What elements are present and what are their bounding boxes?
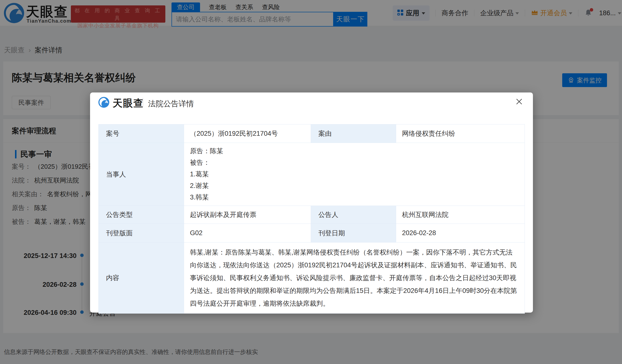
case-number-value: （2025）浙0192民初21704号: [184, 124, 311, 143]
case-number-label: 案号: [99, 124, 184, 143]
cause-value: 网络侵权责任纠纷: [396, 124, 525, 143]
table-row: 刊登版面 G02 刊登日期 2026-02-28: [99, 224, 525, 243]
parties-value: 原告：陈某 被告： 1.葛某 2.谢某 3.韩某: [184, 143, 525, 206]
publication-date-value: 2026-02-28: [396, 224, 525, 243]
modal-brand-divider: [143, 98, 143, 107]
parties-label: 当事人: [99, 143, 184, 206]
table-row: 公告类型 起诉状副本及开庭传票 公告人 杭州互联网法院: [99, 206, 525, 224]
table-row: 内容 韩某,谢某：原告陈某与葛某、韩某,谢某网络侵权责任纠纷（名誉权纠纷）一案，…: [99, 243, 525, 314]
court-announcement-modal: 天眼查 法院公告详情 案号 （2025）浙0192民初21704号 案由 网络侵…: [90, 93, 533, 313]
table-row: 当事人 原告：陈某 被告： 1.葛某 2.谢某 3.韩某: [99, 143, 525, 206]
announcement-type-label: 公告类型: [99, 206, 184, 224]
close-icon: [515, 97, 523, 106]
publication-page-value: G02: [184, 224, 311, 243]
modal-close-button[interactable]: [514, 96, 525, 107]
announcement-type-value: 起诉状副本及开庭传票: [184, 206, 311, 224]
announcer-label: 公告人: [311, 206, 396, 224]
publication-page-label: 刊登版面: [99, 224, 184, 243]
tianyancha-logo-icon: [98, 97, 110, 108]
table-row: 案号 （2025）浙0192民初21704号 案由 网络侵权责任纠纷: [99, 124, 525, 143]
announcer-value: 杭州互联网法院: [396, 206, 525, 224]
cause-label: 案由: [311, 124, 396, 143]
modal-title: 法院公告详情: [148, 99, 194, 109]
announcement-table: 案号 （2025）浙0192民初21704号 案由 网络侵权责任纠纷 当事人 原…: [98, 124, 525, 314]
publication-date-label: 刊登日期: [311, 224, 396, 243]
content-value: 韩某,谢某：原告陈某与葛某、韩某,谢某网络侵权责任纠纷（名誉权纠纷）一案，因你下…: [184, 243, 525, 314]
content-label: 内容: [99, 243, 184, 314]
modal-brand-name: 天眼查: [113, 96, 144, 110]
